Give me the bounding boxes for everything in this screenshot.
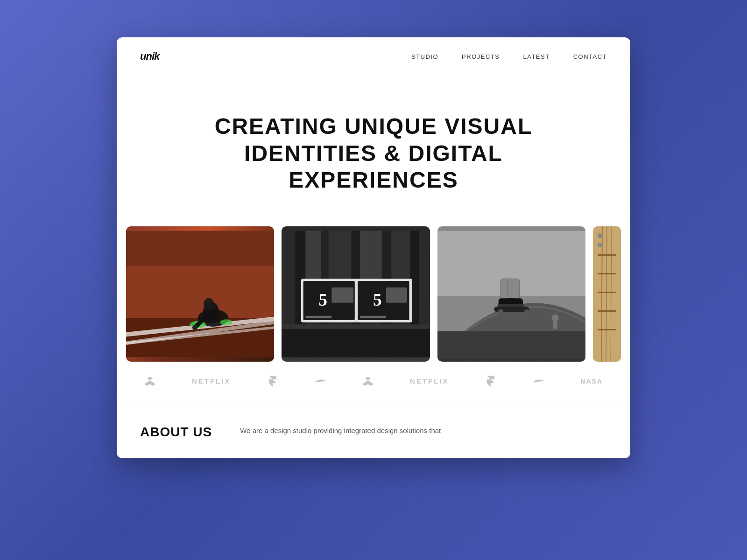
brand-framer-1 [267, 376, 278, 387]
brand-nike-2 [533, 376, 544, 387]
svg-point-7 [204, 298, 214, 310]
svg-rect-38 [507, 279, 519, 301]
svg-text:5: 5 [373, 290, 382, 309]
svg-rect-46 [437, 331, 585, 357]
brand-framer-2 [485, 376, 496, 387]
browser-window: unik STUDIO PROJECTS LATEST CONTACT CREA… [117, 37, 630, 458]
nav-projects[interactable]: PROJECTS [462, 53, 500, 60]
svg-point-57 [598, 243, 602, 247]
brand-netflix-1: NETFLIX [192, 377, 231, 385]
svg-rect-53 [598, 292, 616, 293]
svg-rect-23 [282, 324, 430, 329]
about-section: ABOUT US We are a design studio providin… [117, 401, 630, 458]
svg-rect-22 [282, 327, 430, 357]
nav-latest[interactable]: LATEST [523, 53, 550, 60]
main-nav: STUDIO PROJECTS LATEST CONTACT [411, 53, 607, 60]
about-text: We are a design studio providing integra… [240, 425, 607, 437]
brand-nike-1 [315, 376, 326, 387]
logos-bar: NETFLIX NETFLIX [117, 362, 630, 401]
portfolio-item-billboard[interactable]: 5 5 [282, 226, 430, 362]
svg-rect-1 [126, 231, 274, 266]
about-title: ABOUT US [140, 425, 212, 440]
svg-rect-36 [553, 320, 557, 329]
netflix-label-1: NETFLIX [192, 377, 231, 385]
svg-point-56 [598, 233, 602, 238]
hero-section: CREATING UNIQUE VISUAL IDENTITIES & DIGI… [117, 76, 630, 226]
portfolio-item-skate[interactable] [437, 226, 585, 362]
svg-rect-30 [360, 315, 386, 318]
netflix-label-2: NETFLIX [410, 377, 449, 385]
svg-rect-51 [598, 254, 616, 256]
svg-rect-54 [598, 310, 616, 312]
nav-contact[interactable]: CONTACT [573, 53, 607, 60]
brand-netflix-2: NETFLIX [410, 377, 449, 385]
header: unik STUDIO PROJECTS LATEST CONTACT [117, 37, 630, 76]
portfolio-section: 5 5 [117, 226, 630, 362]
brand-dropbox-1 [144, 376, 155, 387]
svg-text:5: 5 [319, 290, 328, 309]
svg-rect-31 [332, 287, 354, 303]
svg-point-44 [498, 309, 503, 314]
svg-point-45 [524, 309, 529, 314]
svg-rect-55 [598, 329, 616, 330]
brand-nasa: NASA [580, 378, 603, 385]
hero-title: CREATING UNIQUE VISUAL IDENTITIES & DIGI… [210, 113, 537, 194]
portfolio-item-track[interactable] [126, 226, 274, 362]
svg-rect-29 [306, 315, 332, 318]
site-logo[interactable]: unik [140, 50, 159, 63]
portfolio-item-guitar[interactable] [593, 226, 621, 362]
nasa-label: NASA [580, 378, 603, 385]
svg-rect-52 [598, 273, 616, 274]
svg-rect-32 [386, 287, 407, 303]
nav-studio[interactable]: STUDIO [411, 53, 438, 60]
brand-dropbox-2 [362, 376, 374, 387]
svg-point-9 [220, 319, 233, 325]
svg-point-11 [192, 325, 197, 330]
